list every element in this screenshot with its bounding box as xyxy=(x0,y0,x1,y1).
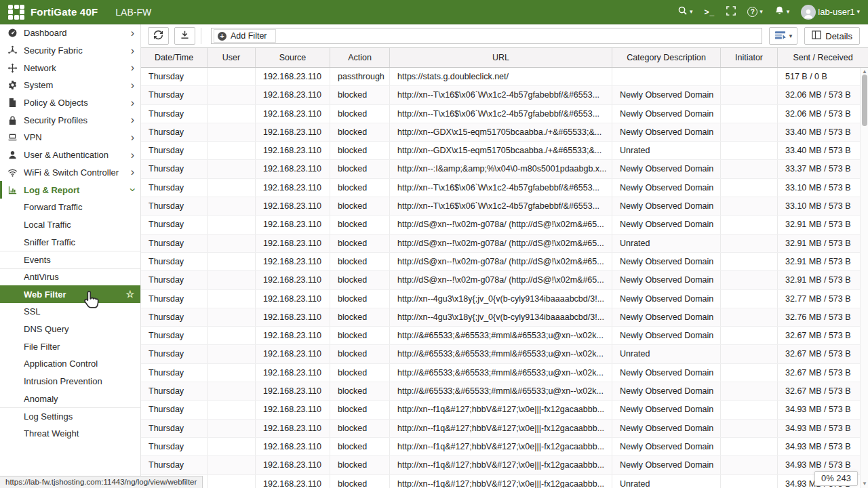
sidebar-item-label: Forward Traffic xyxy=(24,202,134,212)
vertical-scrollbar[interactable]: ▲ ▼ xyxy=(860,68,868,488)
table-cell: https://stats.g.doubleclick.net/ xyxy=(390,68,612,85)
table-cell xyxy=(721,456,778,474)
sidebar-item-label: DNS Query xyxy=(24,324,134,334)
table-row[interactable]: Thursday192.168.23.110blockedhttp://xn--… xyxy=(141,308,868,327)
add-filter-button[interactable]: + Add Filter xyxy=(214,29,276,43)
sidebar-item-vpn[interactable]: VPN› xyxy=(0,129,140,146)
help-button[interactable]: ? ▾ xyxy=(747,7,763,17)
column-header-initiator[interactable]: Initiator xyxy=(721,48,778,67)
table-row[interactable]: Thursday192.168.23.110blockedhttp://&#65… xyxy=(141,345,868,363)
table-cell: http://dS@xn--!\x02m-g078a/ (http://dS@!… xyxy=(390,253,612,270)
table-cell xyxy=(721,327,778,344)
table-cell: Newly Observed Domain xyxy=(612,382,721,400)
table-row[interactable]: Thursday192.168.23.110blockedhttp://xn--… xyxy=(141,123,868,142)
table-cell: Thursday xyxy=(141,382,208,400)
sidebar-item-forward-traffic[interactable]: Forward Traffic xyxy=(0,199,140,216)
table-cell: blocked xyxy=(330,253,390,270)
sidebar-item-network[interactable]: Network› xyxy=(0,59,140,77)
table-cell: http://xn--GDX\x15-eqm51705bcaabba./+&#6… xyxy=(390,123,612,141)
sidebar-item-anomaly[interactable]: Anomaly xyxy=(0,390,140,407)
table-row[interactable]: Thursday192.168.23.110blockedhttp://xn--… xyxy=(141,160,868,178)
notifications-button[interactable]: ▾ xyxy=(774,5,790,18)
fullscreen-button[interactable] xyxy=(726,6,736,18)
sidebar-item-sniffer-traffic[interactable]: Sniffer Traffic xyxy=(0,233,140,251)
column-header-category-description[interactable]: Category Description xyxy=(612,48,721,67)
table-row[interactable]: Thursday192.168.23.110blockedhttp://dS@x… xyxy=(141,235,868,253)
sidebar-item-local-traffic[interactable]: Local Traffic xyxy=(0,216,140,234)
column-header-sent-received[interactable]: Sent / Received xyxy=(778,48,868,67)
filter-bar[interactable]: + Add Filter xyxy=(211,28,762,44)
download-icon xyxy=(180,30,190,43)
caret-down-icon: ▾ xyxy=(789,33,793,39)
sidebar-item-dashboard[interactable]: Dashboard› xyxy=(0,24,140,42)
column-header-url[interactable]: URL xyxy=(390,48,612,67)
column-header-user[interactable]: User xyxy=(208,48,256,67)
search-button[interactable]: ▾ xyxy=(677,5,693,18)
table-row[interactable]: Thursday192.168.23.110blockedhttp://dS@x… xyxy=(141,216,868,234)
table-cell: 192.168.23.110 xyxy=(256,364,330,382)
table-row[interactable]: Thursday192.168.23.110blockedhttp://&#65… xyxy=(141,364,868,382)
sidebar-item-user-and-authentication[interactable]: User & Authentication› xyxy=(0,146,140,164)
table-row[interactable]: Thursday192.168.23.110blockedhttp://xn--… xyxy=(141,438,868,456)
table-row[interactable]: Thursday192.168.23.110blockedhttp://xn--… xyxy=(141,142,868,160)
toolbar-separator xyxy=(201,28,201,44)
table-cell: 33.10 MB / 573 B xyxy=(778,197,868,215)
sidebar-item-file-filter[interactable]: File Filter xyxy=(0,338,140,355)
sidebar-item-security-fabric[interactable]: Security Fabric› xyxy=(0,42,140,60)
sidebar-item-dns-query[interactable]: DNS Query xyxy=(0,321,140,338)
scroll-down-arrow-icon[interactable]: ▼ xyxy=(861,481,868,487)
table-row[interactable]: Thursday192.168.23.110blockedhttp://&#65… xyxy=(141,382,868,401)
table-cell xyxy=(208,345,256,363)
sidebar-item-log-settings[interactable]: Log Settings xyxy=(0,407,140,425)
table-cell xyxy=(721,253,778,270)
sidebar-item-label: Web Filter xyxy=(24,289,121,300)
column-header-date-time[interactable]: Date/Time xyxy=(141,48,208,67)
table-row[interactable]: Thursday192.168.23.110blockedhttp://dS@x… xyxy=(141,271,868,289)
column-settings-button[interactable]: ▾ xyxy=(769,27,798,45)
sidebar-item-application-control[interactable]: Application Control xyxy=(0,355,140,373)
sidebar-item-policy-and-objects[interactable]: Policy & Objects› xyxy=(0,94,140,112)
table-row[interactable]: Thursday192.168.23.110blockedhttp://xn--… xyxy=(141,475,868,488)
table-row[interactable]: Thursday192.168.23.110blockedhttp://xn--… xyxy=(141,290,868,308)
column-header-source[interactable]: Source xyxy=(256,48,330,67)
scrollbar-thumb[interactable] xyxy=(862,75,867,126)
add-filter-label: Add Filter xyxy=(231,31,267,41)
table-cell: Newly Observed Domain xyxy=(612,420,721,437)
table-row[interactable]: Thursday192.168.23.110blockedhttp://xn--… xyxy=(141,197,868,216)
table-row[interactable]: Thursday192.168.23.110passthroughhttps:/… xyxy=(141,68,868,86)
sidebar-item-events[interactable]: Events xyxy=(0,251,140,268)
details-button[interactable]: Details xyxy=(804,27,860,45)
sidebar-item-intrusion-prevention[interactable]: Intrusion Prevention xyxy=(0,373,140,390)
table-cell xyxy=(721,364,778,382)
table-row[interactable]: Thursday192.168.23.110blockedhttp://xn--… xyxy=(141,105,868,123)
table-cell xyxy=(721,382,778,400)
table-cell: http://xn--4gu3\x18y{;jv_0{v(b-cyly9134i… xyxy=(390,308,612,326)
table-row[interactable]: Thursday192.168.23.110blockedhttp://xn--… xyxy=(141,401,868,419)
sidebar-item-wifi-and-switch-controller[interactable]: WiFi & Switch Controller› xyxy=(0,164,140,182)
sidebar-item-threat-weight[interactable]: Threat Weight xyxy=(0,425,140,443)
sidebar-item-label: File Filter xyxy=(24,342,134,352)
table-row[interactable]: Thursday192.168.23.110blockedhttp://&#65… xyxy=(141,327,868,345)
cli-console-button[interactable]: >_ xyxy=(705,7,715,17)
sidebar-item-system[interactable]: System› xyxy=(0,77,140,94)
table-cell xyxy=(721,401,778,418)
table-row[interactable]: Thursday192.168.23.110blockedhttp://xn--… xyxy=(141,86,868,104)
table-row[interactable]: Thursday192.168.23.110blockedhttp://xn--… xyxy=(141,179,868,197)
sidebar-item-security-profiles[interactable]: Security Profiles› xyxy=(0,111,140,129)
download-button[interactable] xyxy=(174,27,195,45)
sidebar-item-antivirus[interactable]: AntiVirus xyxy=(0,268,140,286)
table-row[interactable]: Thursday192.168.23.110blockedhttp://xn--… xyxy=(141,456,868,474)
table-cell: Unrated xyxy=(612,345,721,363)
column-header-action[interactable]: Action xyxy=(330,48,390,67)
table-row[interactable]: Thursday192.168.23.110blockedhttp://dS@x… xyxy=(141,253,868,271)
table-cell xyxy=(208,290,256,308)
user-menu[interactable]: lab-user1 ▾ xyxy=(801,5,860,20)
table-cell: 192.168.23.110 xyxy=(256,438,330,455)
sidebar-item-web-filter[interactable]: Web Filter☆ xyxy=(0,285,140,303)
table-cell: Thursday xyxy=(141,308,208,326)
favorite-star-icon[interactable]: ☆ xyxy=(125,289,134,300)
sidebar-item-log-and-report[interactable]: Log & Report› xyxy=(0,181,140,199)
sidebar-item-ssl[interactable]: SSL xyxy=(0,303,140,321)
table-row[interactable]: Thursday192.168.23.110blockedhttp://xn--… xyxy=(141,420,868,438)
refresh-button[interactable] xyxy=(148,27,169,45)
